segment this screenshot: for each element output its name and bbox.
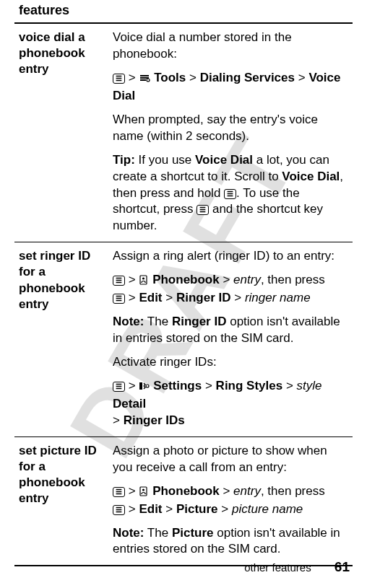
menu-path: ☰ > Phonebook > entry, then press ☰ > Ed… (113, 272, 348, 307)
row-body: Voice dial a number stored in the phoneb… (108, 23, 353, 242)
gt: > (129, 71, 136, 84)
path-dialing: Dialing Services (200, 71, 295, 84)
menu-key-icon: ☰ (197, 205, 209, 215)
gt: > (165, 291, 173, 304)
gt: > (234, 291, 241, 304)
menu-key-icon: ☰ (113, 74, 125, 84)
page-content: features voice dial a phonebook entry Vo… (0, 0, 367, 566)
option-ref: Picture (172, 526, 214, 540)
path-entry: entry (233, 273, 261, 286)
note-paragraph: Note: The Picture option isn't available… (113, 525, 348, 558)
row-body: Assign a ring alert (ringer ID) to an en… (108, 242, 353, 436)
menu-key-icon: ☰ (113, 294, 125, 304)
gt: > (286, 379, 293, 392)
paragraph: Assign a photo or picture to show when y… (113, 443, 348, 476)
gt: > (205, 379, 212, 392)
path-detail: Detail (113, 397, 146, 411)
menu-key-icon: ☰ (224, 189, 236, 199)
menu-key-icon: ☰ (113, 276, 125, 286)
features-table: features voice dial a phonebook entry Vo… (14, 0, 353, 566)
note-label: Note: (113, 315, 144, 328)
svg-point-6 (142, 488, 144, 491)
path-ringer: Ringer ID (176, 291, 231, 304)
table-row: set picture ID for a phonebook entry Ass… (14, 436, 353, 566)
paragraph: When prompted, say the entry's voice nam… (113, 112, 348, 145)
gt: > (129, 502, 136, 516)
path-ring: Ring Styles (216, 379, 283, 392)
path-phonebook: Phonebook (152, 273, 220, 286)
path-style: style (297, 379, 322, 392)
paragraph: Activate ringer IDs: (113, 354, 348, 371)
row-body: Assign a photo or picture to show when y… (108, 436, 353, 566)
text: The (144, 526, 171, 540)
tip-label: Tip: (113, 153, 135, 167)
path-phonebook: Phonebook (152, 484, 220, 498)
page-footer: other features 61 (244, 559, 350, 575)
menu-key-icon: ☰ (113, 382, 125, 392)
paragraph: Voice dial a number stored in the phoneb… (113, 30, 348, 63)
path-edit: Edit (139, 502, 162, 516)
voice-dial-ref: Voice Dial (195, 153, 253, 167)
menu-path: ☰ > Settings > Ring Styles > style Detai… (113, 378, 348, 429)
table-row: set ringer ID for a phonebook entry Assi… (14, 242, 353, 436)
row-label: set ringer ID for a phonebook entry (14, 242, 108, 436)
row-label: set picture ID for a phonebook entry (14, 436, 108, 566)
path-entry: entry (233, 484, 261, 498)
gt: > (189, 71, 197, 84)
gt: > (165, 502, 173, 516)
note-label: Note: (113, 526, 144, 540)
gt: > (298, 71, 306, 84)
table-header-row: features (14, 0, 353, 23)
text: , then press (261, 273, 325, 286)
footer-section: other features (244, 561, 311, 574)
path-name: picture name (232, 502, 303, 516)
text: , then press (261, 484, 325, 498)
voice-dial-ref: Voice Dial (282, 170, 340, 183)
svg-point-0 (147, 79, 150, 82)
svg-point-4 (146, 385, 149, 387)
menu-path: ☰ > Tools > Dialing Services > Voice Dia… (113, 70, 348, 105)
text: If you use (135, 153, 195, 167)
svg-point-2 (142, 278, 144, 280)
phonebook-icon (139, 485, 149, 501)
gt: > (129, 291, 136, 304)
path-name: ringer name (245, 291, 311, 304)
tip-paragraph: Tip: If you use Voice Dial a lot, you ca… (113, 152, 348, 235)
row-label: voice dial a phonebook entry (14, 23, 108, 242)
option-ref: Ringer ID (172, 315, 227, 328)
menu-key-icon: ☰ (113, 505, 125, 515)
table-header: features (14, 0, 353, 23)
path-picture: Picture (176, 502, 218, 516)
text: The (144, 315, 171, 328)
note-paragraph: Note: The Ringer ID option isn't availab… (113, 314, 348, 347)
path-settings: Settings (153, 379, 202, 392)
svg-rect-5 (140, 487, 147, 496)
gt: > (223, 273, 230, 286)
page-number: 61 (334, 559, 350, 574)
svg-rect-3 (139, 382, 142, 390)
path-tools: Tools (154, 71, 186, 84)
tools-icon (139, 71, 150, 88)
gt: > (113, 413, 120, 427)
gt: > (129, 273, 136, 286)
path-edit: Edit (139, 291, 162, 304)
menu-key-icon: ☰ (113, 487, 125, 497)
settings-icon (139, 379, 150, 396)
gt: > (223, 484, 230, 498)
gt: > (129, 379, 136, 392)
gt: > (129, 484, 136, 498)
menu-path: ☰ > Phonebook > entry, then press ☰ > Ed… (113, 483, 348, 518)
gt: > (221, 502, 228, 516)
svg-rect-1 (140, 276, 147, 284)
table-row: voice dial a phonebook entry Voice dial … (14, 23, 353, 242)
path-ids: Ringer IDs (124, 413, 185, 427)
paragraph: Assign a ring alert (ringer ID) to an en… (113, 248, 348, 265)
phonebook-icon (139, 273, 149, 290)
